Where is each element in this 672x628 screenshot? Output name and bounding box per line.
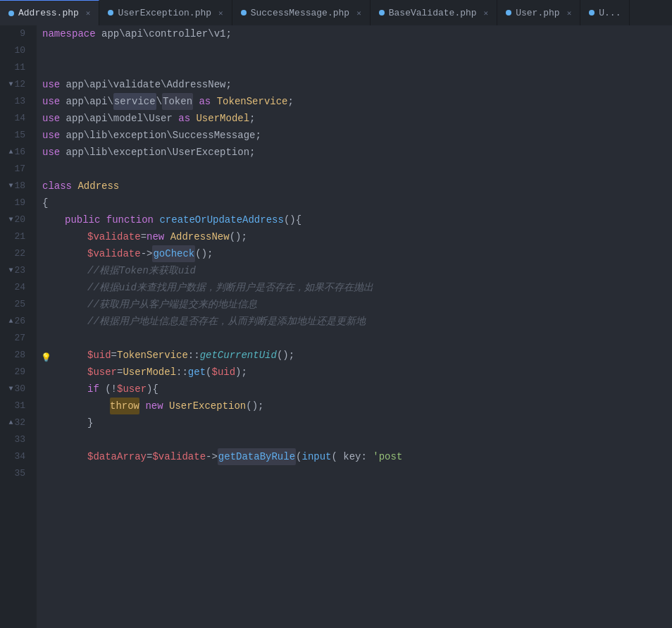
type-userexception: UserException: [169, 398, 246, 414]
var-user-29: $user: [87, 364, 117, 381]
editor: 9 10 11 ▼ 12 13 14 15 ▲ 16 17 ▼ 18: [0, 25, 672, 628]
tab-label-6: U...: [599, 8, 621, 18]
code-line-10: [37, 42, 672, 59]
code-line-9: namespace app\api\controller\v1;: [37, 25, 672, 42]
gutter-line-11: 11: [6, 59, 28, 76]
code-line-28: 💡 $uid=TokenService::getCurrentUid();: [37, 347, 672, 364]
type-address: Address: [77, 178, 119, 195]
code-line-11: [37, 59, 672, 76]
ns-13a: app\api\: [66, 93, 113, 110]
gutter-line-27: 27: [6, 330, 28, 347]
code-line-12: use app\api\validate\AddressNew;: [37, 76, 672, 93]
code-line-26: //根据用户地址信息是否存在，从而判断是添加地址还是更新地: [37, 313, 672, 330]
code-line-22: $validate->goCheck();: [37, 245, 672, 262]
kw-use-12: use: [42, 76, 66, 93]
code-line-21: $validate=new AddressNew();: [37, 228, 672, 245]
comment-25: //获取用户从客户端提交来的地址信息: [87, 296, 257, 313]
kw-new-21: new: [147, 228, 170, 245]
parens-30b: ){: [147, 381, 158, 398]
kw-use-16: use: [42, 144, 66, 161]
brace-close-32: }: [87, 414, 93, 431]
fn-createorupdate: createOrUpdateAddress: [159, 211, 283, 228]
code-area[interactable]: namespace app\api\controller\v1; use app…: [37, 25, 672, 628]
space-31: [139, 398, 145, 414]
code-line-32: }: [37, 414, 672, 431]
code-line-33: [37, 431, 672, 448]
ns-14: app\api\model\User: [66, 110, 179, 127]
var-validate-22: $validate: [87, 245, 141, 262]
code-lines: namespace app\api\controller\v1; use app…: [37, 25, 672, 482]
code-line-23: //根据Token来获取uid: [37, 262, 672, 279]
type-tokenservice: TokenService: [217, 93, 288, 110]
gutter-line-20: ▼ 20: [6, 211, 28, 228]
parens-31: ();: [246, 398, 263, 414]
gutter-line-30: ▼ 30: [6, 381, 28, 398]
gutter-line-29: 29: [6, 364, 28, 381]
ns-9: app\api\controller\v1;: [101, 25, 232, 42]
method-getcurrentuid: getCurrentUid: [200, 347, 277, 364]
tab-close-1[interactable]: ✕: [86, 8, 91, 18]
code-line-17: [37, 161, 672, 178]
tab-dot-4: [379, 10, 385, 16]
tab-close-4[interactable]: ✕: [484, 8, 489, 18]
gutter-line-14: 14: [6, 110, 28, 127]
code-line-25: //获取用户从客户端提交来的地址信息: [37, 296, 672, 313]
eq-29: =: [117, 364, 123, 381]
fold-icon-32[interactable]: ▲: [8, 414, 13, 431]
tab-dot-5: [506, 10, 511, 16]
tab-user-php[interactable]: User.php ✕: [497, 0, 580, 25]
var-uid-29: $uid: [211, 364, 235, 381]
kw-use-15: use: [42, 127, 66, 144]
method-get: get: [188, 364, 206, 381]
tab-close-5[interactable]: ✕: [567, 8, 572, 18]
str-post: 'post: [373, 448, 402, 465]
tab-close-3[interactable]: ✕: [356, 8, 361, 18]
fold-icon-30[interactable]: ▼: [8, 381, 13, 398]
semi-13: ;: [288, 93, 294, 110]
tab-address-php[interactable]: Address.php ✕: [0, 0, 99, 25]
gutter-line-28: 28: [6, 347, 28, 364]
type-addressnew: AddressNew: [170, 228, 230, 245]
kw-namespace: namespace: [42, 25, 101, 42]
gutter-line-12: ▼ 12: [6, 76, 28, 93]
gutter-line-17: 17: [6, 161, 28, 178]
gutter-line-22: 22: [6, 245, 28, 262]
ns-13b: \: [156, 93, 162, 110]
type-tokenservice-28: TokenService: [117, 347, 188, 364]
tab-u-php[interactable]: U...: [580, 0, 630, 25]
fold-icon-26[interactable]: ▲: [8, 313, 13, 330]
fold-icon-18[interactable]: ▼: [8, 178, 13, 195]
fold-icon-23[interactable]: ▼: [8, 262, 13, 279]
ns-13c: [193, 93, 199, 110]
method-gocheck: goCheck: [152, 245, 195, 262]
tab-label-4: BaseValidate.php: [389, 8, 477, 18]
code-line-34: $dataArray=$validate->getDataByRule(inpu…: [37, 448, 672, 465]
tab-label-2: UserException.php: [118, 8, 211, 18]
tab-dot-6: [589, 10, 595, 16]
gutter-line-19: 19: [6, 195, 28, 211]
tab-dot-3: [241, 10, 247, 16]
eq-28: =: [111, 347, 117, 364]
method-getdatabyrule: getDataByRule: [218, 448, 296, 465]
fold-icon-20[interactable]: ▼: [8, 211, 13, 228]
code-line-19: {: [37, 195, 672, 211]
gutter-line-18: ▼ 18: [6, 178, 28, 195]
gutter-line-24: 24: [6, 279, 28, 296]
kw-class: class: [42, 178, 77, 195]
tab-successmessage-php[interactable]: SuccessMessage.php ✕: [232, 0, 371, 25]
colons-28: ::: [188, 347, 200, 364]
tab-label-5: User.php: [516, 8, 559, 18]
tab-dot-2: [108, 10, 113, 16]
code-line-14: use app\api\model\User as UserModel;: [37, 110, 672, 127]
ns-15: app\lib\exception\SuccessMessage;: [66, 127, 261, 144]
kw-throw: throw: [110, 398, 139, 414]
fold-icon-16[interactable]: ▲: [8, 144, 13, 161]
tab-basevalidate-php[interactable]: BaseValidate.php ✕: [371, 0, 497, 25]
comment-24: //根据uid来查找用户数据，判断用户是否存在，如果不存在抛出: [87, 279, 373, 296]
tab-close-2[interactable]: ✕: [218, 8, 223, 18]
parens-22: ();: [195, 245, 213, 262]
token-highlight: Token: [162, 93, 193, 110]
tab-userexception-php[interactable]: UserException.php ✕: [99, 0, 232, 25]
gutter-line-32: ▲ 32: [6, 414, 28, 431]
fold-icon-12[interactable]: ▼: [8, 76, 13, 93]
